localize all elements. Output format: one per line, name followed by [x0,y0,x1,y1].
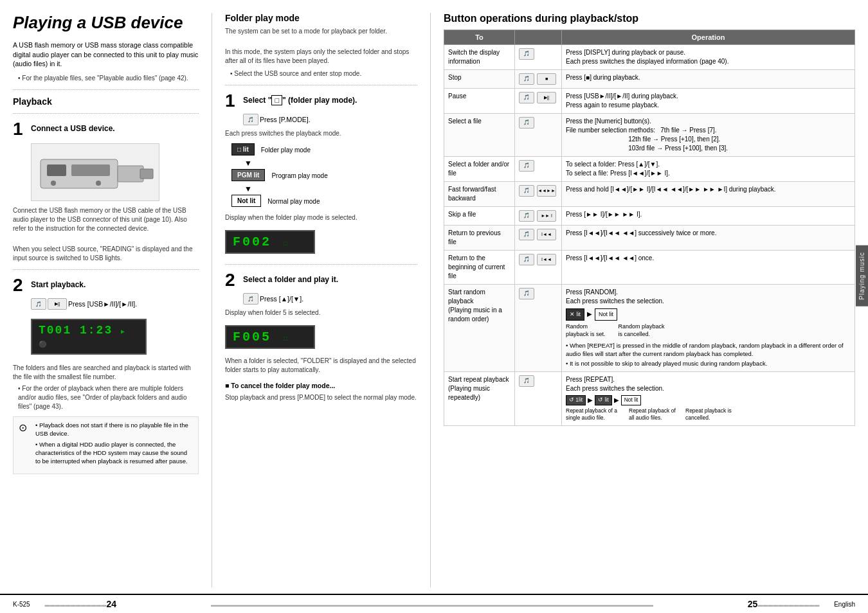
step2-note1: The folders and files are searched and p… [13,364,199,382]
random-note1: • When [REPEAT] is pressed in the middle… [566,341,851,359]
mode-box-notlit: Not lit [231,195,261,207]
op-desc-select-folder: To select a folder: Press [▲]/[▼]. To se… [562,157,855,182]
op-icon-ff: 🎵 ◄◄►► [515,182,562,207]
op-name-stop: Stop [444,70,515,89]
sidebar-playing-music: Playing music [856,245,868,306]
svg-point-6 [51,181,56,186]
op-desc-prev: Press [I◄◄]/[I◄◄ ◄◄] successively twice … [562,226,855,251]
folder-display-f002: F002 □ [225,230,315,254]
op-icon-1: 🎵 [515,45,562,70]
device-icon-step2: 🎵 [31,298,46,310]
playback-step1: 1 Connect a USB device. [13,120,199,138]
folder-press-label: Press [P.MODE]. [260,116,311,123]
folder-step2-note: When a folder is selected, "FOLDER" is d… [225,357,417,375]
step1-number: 1 [13,120,26,138]
folder-intro1: The system can be set to a mode for play… [225,27,417,36]
op-icon-skip: 🎵 ►► I [515,207,562,226]
info-bullet1: Playback does not start if there is no p… [30,421,193,438]
op-desc-skip: Press [►► I]/[►► ►► I]. [562,207,855,226]
step1-note1: Connect the USB flash memory or the USB … [13,206,199,233]
folder-note: Select the USB source and enter stop mod… [225,69,417,78]
footer-page-left: 24 [106,599,116,609]
op-icon-prev: 🎵 I◄◄ [515,226,562,251]
op-icon-pause: 🎵 ▶|| [515,89,562,114]
button-icon-step2: ▶|| [48,298,67,310]
op-name-pause: Pause [444,89,515,114]
table-row: Return to previous file 🎵 I◄◄ Press [I◄◄… [444,226,855,251]
folder-step2-icon: 🎵 [243,293,258,305]
op-desc-random: Press [RANDOM]. Each press switches the … [562,285,855,372]
intro-text: A USB flash memory or USB mass storage c… [13,40,199,69]
page-footer: K-525 ▬▬▬▬▬▬▬▬▬▬▬▬ 24 ▬▬▬▬▬▬▬▬▬▬▬▬▬▬▬▬▬▬… [0,594,868,613]
folder-step2-label: Select a folder and play it. [243,271,338,285]
op-desc-1: Press [DISPLY] during playback or pause.… [562,45,855,70]
random-not-lit-desc2: is cancelled. [619,330,665,339]
folder-step2-press: 🎵 Press [▲]/[▼]. [243,293,417,305]
table-row: Select a folder and/or file 🎵 To select … [444,157,855,182]
page-title: Playing a USB device [13,13,199,33]
folder-step2: 2 Select a folder and play it. [225,271,417,289]
folder-intro2: In this mode, the system plays only the … [225,48,417,66]
step2-label: Start playback. [31,276,86,290]
random-not-lit-desc: Random playback [619,323,665,331]
playback-step2: 2 Start playback. [13,276,199,294]
operations-table: To Operation Switch the display informat… [444,30,855,426]
op-name-select-file: Select a file [444,114,515,157]
op-name-begin: Return to the beginning of current file [444,251,515,285]
ops-title: Button operations during playback/stop [444,13,855,24]
op-desc-select-file: Press the [Numeric] button(s). File numb… [562,114,855,157]
folder-display-note: Display when the folder play mode is sel… [225,213,417,222]
op-icon-stop: 🎵 ■ [515,70,562,89]
op-icon-random: 🎵 [515,285,562,372]
op-desc-repeat: Press [REPEAT]. Each press switches the … [562,371,855,426]
folder-step2-display-note: Display when folder 5 is selected. [225,308,417,317]
folder-step1-label: Select "□" (folder play mode). [243,92,357,106]
op-desc-begin: Press [I◄◄]/[I◄◄ ◄◄] once. [562,251,855,285]
table-row: Stop 🎵 ■ Press [■] during playback. [444,70,855,89]
table-row: Start repeat playback(Playing music repe… [444,371,855,426]
random-badge-row: ✕ lit ▶ Not lit [566,308,851,321]
repeat-not-lit-badge: Not lit [621,395,642,405]
table-row: Fast forward/fast backward 🎵 ◄◄►► Press … [444,182,855,207]
mode1-label: Folder play mode [261,147,311,154]
playback-display: T001 1:23 ▶ ⚫ [31,319,147,355]
mode-diagram: □ lit Folder play mode ▼ PGM lit Program… [231,143,417,208]
random-lit-desc: Random [566,323,606,331]
table-row: Select a file 🎵 Press the [Numeric] butt… [444,114,855,157]
footer-page-right: 25 [748,599,758,609]
folder-press: 🎵 Press [P.MODE]. [243,114,417,125]
arrow-down-2: ▼ [244,184,417,193]
footer-left: K-525 ▬▬▬▬▬▬▬▬▬▬▬▬ [13,601,106,608]
folder-step1: 1 Select "□" (folder play mode). [225,92,417,110]
random-lit-desc2: playback is set. [566,330,606,339]
intro-note: For the playable files, see "Playable au… [13,74,199,83]
step2-bullet1: For the order of playback when there are… [13,384,199,411]
folder-title: Folder play mode [225,13,417,23]
cancel-text: Stop playback and press [P.MODE] to sele… [225,393,417,402]
left-column: Playing a USB device A USB flash memory … [13,13,212,587]
col-icon-header [515,30,562,45]
folder-step2-press-label: Press [▲]/[▼]. [260,295,303,303]
middle-column: Folder play mode The system can be set t… [212,13,431,587]
step2-press: 🎵 ▶|| Press [USB►/II]/[►/II]. [31,298,199,310]
repeat-all-badge: ↺ lit [595,395,612,405]
mode3-label: Normal play mode [267,198,320,205]
device-image [31,143,159,201]
folder-device-icon: 🎵 [243,114,258,125]
svg-rect-4 [71,164,110,176]
op-icon-select-folder: 🎵 [515,157,562,182]
step2-number: 2 [13,276,26,294]
svg-point-5 [96,181,101,186]
mode-box-lit: □ lit [231,143,255,155]
op-name-skip: Skip a file [444,207,515,226]
random-lit-badge: ✕ lit [566,308,584,321]
playback-title: Playback [13,96,199,107]
col-operation: Operation [562,30,855,45]
repeat-1-desc: Repeat playback of a single audio file. [566,407,624,423]
random-note2: • It is not possible to skip to already … [566,359,851,368]
step1-note2: When you select USB source, "READING" is… [13,245,199,263]
repeat-1-badge: ↺ 1lit [566,395,586,405]
op-name-1: Switch the display information [444,45,515,70]
cancel-section: To cancel the folder play mode... Stop p… [225,381,417,402]
svg-rect-3 [47,164,66,176]
